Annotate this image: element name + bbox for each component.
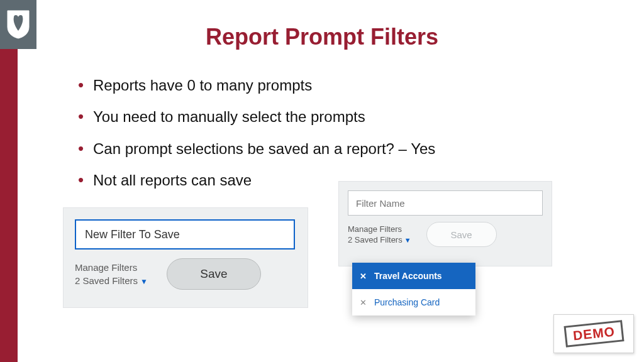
dropdown-item-selected[interactable]: ✕ Travel Accounts [352, 263, 475, 289]
caret-down-icon: ▼ [404, 236, 411, 244]
filter-panel-active: Manage Filters 2 Saved Filters▼ Save [63, 207, 308, 308]
demo-stamp: DEMO [553, 314, 634, 353]
bullet-item: You need to manually select the prompts [75, 107, 591, 127]
slide: Report Prompt Filters Reports have 0 to … [0, 0, 644, 362]
manage-filters-label: Manage Filters [348, 224, 411, 234]
save-button-disabled[interactable]: Save [426, 222, 497, 247]
bullet-item: Can prompt selections be saved an a repo… [75, 139, 591, 159]
manage-filters-label: Manage Filters [75, 262, 148, 273]
saved-filters-count: 2 Saved Filters▼ [75, 275, 148, 286]
dropdown-item-label: Purchasing Card [374, 297, 440, 307]
filter-panel-empty: Manage Filters 2 Saved Filters▼ Save [338, 181, 552, 266]
manage-filters-group[interactable]: Manage Filters 2 Saved Filters▼ [75, 262, 148, 286]
slide-title: Report Prompt Filters [0, 24, 644, 50]
filter-name-input[interactable] [75, 219, 295, 250]
left-accent-stripe [0, 49, 18, 362]
bullet-item: Reports have 0 to many prompts [75, 75, 591, 96]
filter-name-input[interactable] [348, 190, 543, 216]
manage-filters-group[interactable]: Manage Filters 2 Saved Filters▼ [348, 224, 411, 244]
dropdown-item[interactable]: ✕ Purchasing Card [352, 289, 475, 315]
caret-down-icon: ▼ [140, 277, 148, 286]
saved-filters-count: 2 Saved Filters▼ [348, 235, 411, 244]
remove-filter-icon[interactable]: ✕ [360, 298, 367, 307]
dropdown-item-label: Travel Accounts [374, 271, 442, 281]
remove-filter-icon[interactable]: ✕ [360, 272, 367, 281]
saved-filters-dropdown: ✕ Travel Accounts ✕ Purchasing Card [352, 263, 475, 315]
save-button[interactable]: Save [167, 258, 261, 290]
demo-stamp-label: DEMO [564, 320, 624, 348]
